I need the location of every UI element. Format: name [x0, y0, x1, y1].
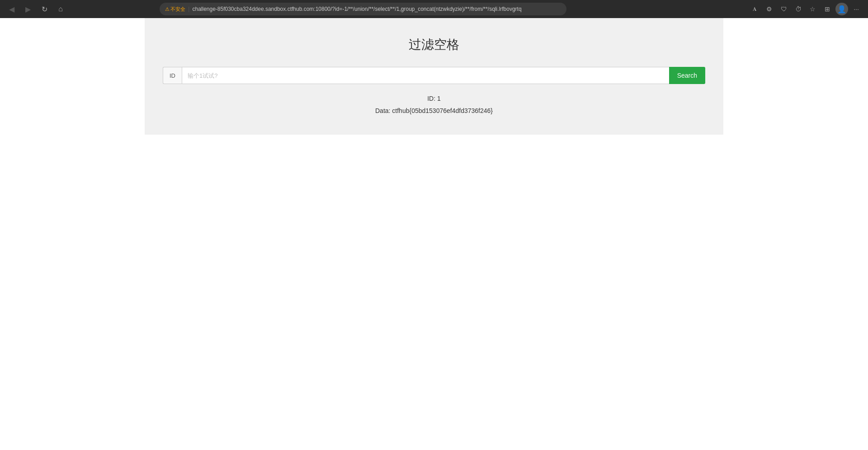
- result-data-line: Data: ctfhub{05bd153076ef4dfd3736f246}: [163, 105, 705, 117]
- search-input[interactable]: [182, 67, 669, 84]
- collections-icon: ⊞: [825, 5, 830, 13]
- shield-button[interactable]: 🛡: [778, 3, 790, 15]
- forward-button[interactable]: ▶: [22, 3, 34, 15]
- page-title: 过滤空格: [163, 36, 705, 53]
- result-area: ID: 1 Data: ctfhub{05bd153076ef4dfd3736f…: [163, 93, 705, 117]
- refresh-button[interactable]: ↻: [38, 3, 51, 15]
- search-button[interactable]: Search: [669, 67, 705, 84]
- star-icon: ☆: [810, 5, 816, 13]
- profile-button[interactable]: 👤: [835, 3, 848, 15]
- translate-button[interactable]: ⚙: [763, 3, 776, 15]
- timer-icon: ⏱: [795, 5, 802, 13]
- back-button[interactable]: ◀: [5, 3, 18, 15]
- reader-mode-button[interactable]: 𝐀: [749, 3, 761, 15]
- more-button[interactable]: ···: [850, 3, 863, 15]
- warning-icon: ⚠: [165, 6, 170, 12]
- page-content: 过滤空格 ID Search ID: 1 Data: ctfhub{05bd15…: [145, 18, 723, 135]
- result-id-line: ID: 1: [163, 93, 705, 104]
- security-warning: ⚠ 不安全: [165, 6, 185, 13]
- address-bar[interactable]: ⚠ 不安全 | challenge-85f030cba324ddee.sandb…: [160, 3, 566, 15]
- browser-right-icons: 𝐀 ⚙ 🛡 ⏱ ☆ ⊞ 👤 ···: [749, 3, 863, 15]
- timer-button[interactable]: ⏱: [792, 3, 805, 15]
- search-form: ID Search: [163, 67, 705, 84]
- reader-icon: 𝐀: [753, 6, 757, 12]
- id-label: ID: [163, 67, 182, 84]
- home-button[interactable]: ⌂: [54, 3, 67, 15]
- collections-button[interactable]: ⊞: [821, 3, 834, 15]
- translate-icon: ⚙: [766, 5, 772, 13]
- browser-chrome: ◀ ▶ ↻ ⌂ ⚠ 不安全 | challenge-85f030cba324dd…: [0, 0, 868, 18]
- avatar-icon: 👤: [837, 5, 846, 14]
- url-text: challenge-85f030cba324ddee.sandbox.ctfhu…: [192, 6, 521, 12]
- shield-icon: 🛡: [781, 5, 787, 13]
- security-label: 不安全: [170, 6, 185, 13]
- separator: |: [188, 6, 189, 12]
- favorites-button[interactable]: ☆: [807, 3, 819, 15]
- more-icon: ···: [854, 5, 859, 13]
